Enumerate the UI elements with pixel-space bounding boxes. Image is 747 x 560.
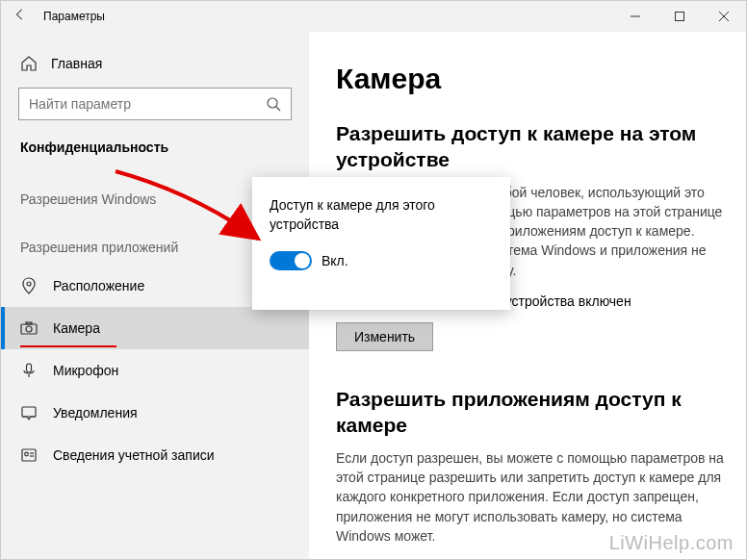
sidebar-item-camera[interactable]: Камера — [1, 307, 309, 349]
section-description: Если доступ разрешен, вы можете с помощь… — [336, 448, 725, 546]
window-title: Параметры — [39, 10, 105, 23]
svg-rect-12 — [22, 407, 36, 417]
home-icon — [20, 55, 38, 72]
sidebar-item-notifications[interactable]: Уведомления — [1, 392, 309, 434]
sidebar-item-microphone[interactable]: Микрофон — [1, 349, 309, 392]
sidebar-item-label: Расположение — [53, 278, 144, 293]
titlebar: Параметры — [1, 1, 746, 32]
svg-rect-1 — [676, 13, 684, 21]
search-icon — [266, 96, 281, 112]
svg-rect-9 — [26, 322, 32, 324]
device-access-popup: Доступ к камере для этого устройства Вкл… — [252, 177, 510, 310]
close-button[interactable] — [702, 1, 746, 32]
change-button[interactable]: Изменить — [336, 322, 433, 351]
sidebar-item-label: Уведомления — [53, 405, 138, 420]
minimize-button[interactable] — [613, 1, 657, 32]
account-icon — [20, 446, 38, 464]
search-field[interactable] — [29, 96, 266, 112]
red-underline-annotation — [20, 345, 116, 347]
svg-point-4 — [268, 98, 277, 108]
location-icon — [20, 277, 38, 294]
svg-point-8 — [26, 326, 32, 332]
sidebar-item-label: Сведения учетной записи — [53, 447, 215, 463]
section-heading-device-access: Разрешить доступ к камере на этом устрой… — [336, 120, 725, 173]
home-link[interactable]: Главная — [1, 45, 309, 84]
microphone-icon — [20, 362, 38, 379]
svg-point-6 — [27, 282, 31, 286]
sidebar-item-label: Камера — [53, 320, 100, 336]
sidebar-item-label: Микрофон — [53, 363, 118, 378]
device-access-toggle[interactable] — [270, 251, 312, 270]
svg-line-5 — [276, 107, 280, 111]
svg-point-14 — [25, 452, 29, 456]
sidebar-item-account-info[interactable]: Сведения учетной записи — [1, 434, 309, 476]
camera-icon — [20, 319, 38, 337]
search-input[interactable] — [18, 88, 292, 120]
svg-rect-13 — [22, 449, 36, 461]
svg-rect-10 — [27, 364, 32, 372]
back-button[interactable] — [1, 8, 39, 25]
popup-text: Доступ к камере для этого устройства — [270, 196, 493, 234]
home-label: Главная — [51, 56, 102, 71]
section-title: Конфиденциальность — [1, 134, 309, 168]
notifications-icon — [20, 404, 38, 421]
section-heading-app-access: Разрешить приложениям доступ к камере — [336, 386, 725, 439]
watermark: LiWiHelp.com — [609, 532, 734, 554]
maximize-button[interactable] — [657, 1, 702, 32]
page-heading: Камера — [336, 63, 725, 95]
toggle-label: Вкл. — [322, 253, 348, 268]
